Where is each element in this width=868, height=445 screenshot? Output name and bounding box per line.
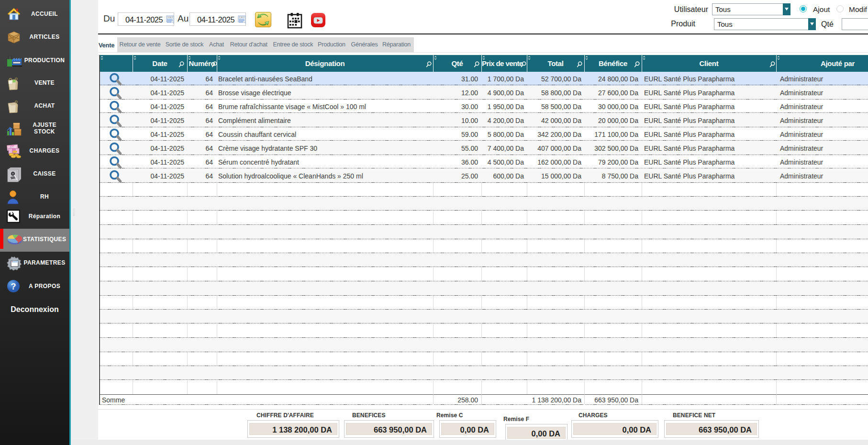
svg-text:?: ? <box>11 282 16 291</box>
